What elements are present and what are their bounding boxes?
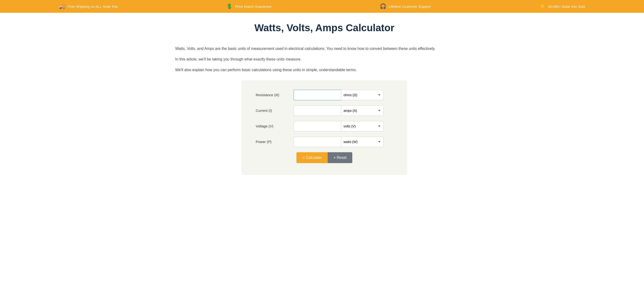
- description-2: In this article, we'll be taking you thr…: [175, 56, 459, 62]
- calculator: Resistance (R) ohms (Ω) kilohms (kΩ) meg…: [242, 80, 407, 175]
- sun-icon: ☀️: [539, 3, 546, 9]
- dollar-icon: 💲: [226, 3, 232, 9]
- description-3: We'll also explain how you can perform b…: [175, 67, 459, 73]
- banner-item-support: 🎧 Lifetime Customer Support: [380, 3, 431, 9]
- voltage-label: Voltage (V): [256, 124, 294, 128]
- resistance-row: Resistance (R) ohms (Ω) kilohms (kΩ) meg…: [256, 90, 393, 100]
- page-title: Watts, Volts, Amps Calculator: [175, 22, 474, 33]
- description-1: Watts, Volts, and Amps are the basic uni…: [175, 45, 459, 52]
- banner-price-label: Price Match Guarantee: [235, 4, 271, 8]
- headset-icon: 🎧: [380, 3, 386, 9]
- voltage-unit-select[interactable]: volts (V) millivolts (mV) kilovolts (kV): [341, 121, 384, 132]
- banner-item-price: 💲 Price Match Guarantee: [226, 3, 271, 9]
- current-label: Current (I): [256, 109, 294, 113]
- power-unit-select[interactable]: watts (W) kilowatts (kW) megawatts (MW): [341, 137, 384, 147]
- resistance-unit-select[interactable]: ohms (Ω) kilohms (kΩ) megaohms (MΩ): [341, 90, 384, 100]
- calculate-button[interactable]: = Calculate: [296, 152, 328, 163]
- resistance-input[interactable]: [294, 90, 341, 100]
- current-row: Current (I) amps (A) milliamps (mA) kilo…: [256, 105, 393, 116]
- current-input[interactable]: [294, 105, 341, 116]
- banner-support-label: Lifetime Customer Support: [388, 4, 431, 8]
- banner-sold-label: 40,000+ Solar Kits Sold: [548, 4, 585, 8]
- banner-item-sold: ☀️ 40,000+ Solar Kits Sold: [539, 3, 585, 9]
- banner-item-shipping: 🚚 Free Shipping on ALL Solar Kits: [59, 3, 118, 9]
- power-label: Power (P): [256, 140, 294, 144]
- banner-shipping-label: Free Shipping on ALL Solar Kits: [68, 4, 118, 8]
- voltage-input[interactable]: [294, 121, 341, 132]
- resistance-label: Resistance (R): [256, 93, 294, 97]
- truck-icon: 🚚: [59, 3, 65, 9]
- current-unit-select[interactable]: amps (A) milliamps (mA) kiloamps (kA): [341, 105, 384, 116]
- power-row: Power (P) watts (W) kilowatts (kW) megaw…: [256, 137, 393, 147]
- voltage-row: Voltage (V) volts (V) millivolts (mV) ki…: [256, 121, 393, 132]
- reset-button[interactable]: × Reset: [328, 152, 352, 163]
- power-input[interactable]: [294, 137, 341, 147]
- top-banner: 🚚 Free Shipping on ALL Solar Kits 💲 Pric…: [0, 0, 644, 13]
- buttons-row: = Calculate × Reset: [256, 152, 393, 163]
- main-content: Watts, Volts, Amps Calculator Watts, Vol…: [156, 13, 488, 189]
